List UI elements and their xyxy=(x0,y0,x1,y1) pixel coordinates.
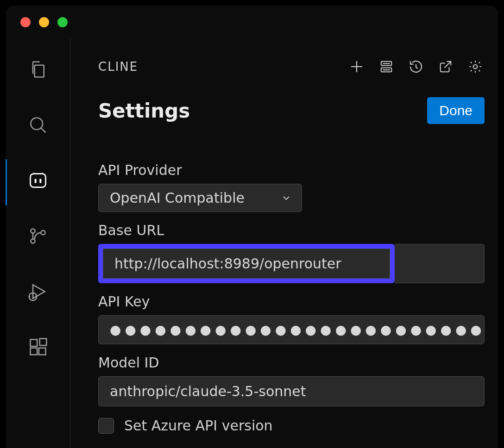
svg-line-23 xyxy=(445,62,451,68)
base-url-input[interactable] xyxy=(103,249,390,279)
api-provider-select-wrap: OpenAI Compatible xyxy=(98,184,302,212)
panel-header: CLINE xyxy=(98,57,485,76)
svg-rect-3 xyxy=(39,179,41,183)
open-external-icon[interactable] xyxy=(436,57,455,76)
activity-bar xyxy=(6,39,70,448)
extensions-icon[interactable] xyxy=(28,337,48,357)
svg-line-1 xyxy=(41,128,45,132)
set-azure-checkbox[interactable] xyxy=(98,418,114,434)
base-url-row xyxy=(98,244,485,283)
server-icon[interactable] xyxy=(377,57,396,76)
settings-header: Settings Done xyxy=(98,97,485,124)
svg-rect-14 xyxy=(39,339,46,346)
panel-title: CLINE xyxy=(98,60,336,74)
source-control-icon[interactable] xyxy=(28,226,48,246)
titlebar xyxy=(6,6,498,39)
maximize-window-button[interactable] xyxy=(57,17,68,27)
set-azure-row: Set Azure API version xyxy=(98,417,485,434)
svg-point-6 xyxy=(41,230,45,235)
svg-rect-2 xyxy=(34,179,36,183)
model-id-label: Model ID xyxy=(98,355,485,371)
explorer-icon[interactable] xyxy=(28,59,48,80)
base-url-input-tail[interactable] xyxy=(395,244,485,283)
run-debug-icon[interactable] xyxy=(28,281,48,302)
svg-rect-13 xyxy=(38,348,45,355)
workbench: CLINE xyxy=(6,39,498,448)
vscode-window: CLINE xyxy=(6,6,498,448)
settings-title: Settings xyxy=(98,100,427,122)
new-task-button[interactable] xyxy=(347,57,366,76)
model-id-input[interactable] xyxy=(98,376,485,406)
minimize-window-button[interactable] xyxy=(39,17,49,27)
cline-extension-icon[interactable] xyxy=(28,170,48,191)
svg-rect-12 xyxy=(30,348,37,355)
svg-point-24 xyxy=(473,65,478,69)
api-provider-select[interactable]: OpenAI Compatible xyxy=(98,184,302,212)
base-url-highlight xyxy=(98,244,395,283)
api-key-input[interactable]: ●●●●●●●●●●●●●●●●●●●●●●●●●●●●●●●●●●●●●●●●… xyxy=(98,315,485,344)
svg-point-0 xyxy=(31,118,43,130)
settings-gear-icon[interactable] xyxy=(466,57,485,76)
api-key-label: API Key xyxy=(98,293,485,310)
settings-form: API Provider OpenAI Compatible Base URL … xyxy=(98,152,485,434)
history-icon[interactable] xyxy=(407,57,425,76)
svg-point-4 xyxy=(31,229,35,233)
cline-panel: CLINE xyxy=(70,39,498,448)
search-icon[interactable] xyxy=(28,115,48,135)
base-url-label: Base URL xyxy=(98,222,485,238)
done-button[interactable]: Done xyxy=(427,97,485,124)
svg-rect-11 xyxy=(30,340,37,347)
svg-line-22 xyxy=(416,67,418,68)
set-azure-label: Set Azure API version xyxy=(124,417,273,434)
svg-point-5 xyxy=(31,239,35,243)
api-provider-label: API Provider xyxy=(98,162,485,178)
close-window-button[interactable] xyxy=(20,17,31,27)
